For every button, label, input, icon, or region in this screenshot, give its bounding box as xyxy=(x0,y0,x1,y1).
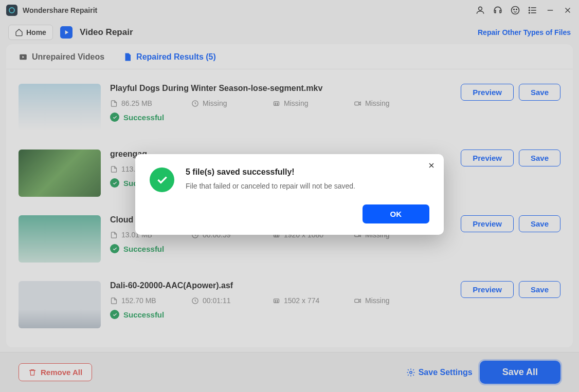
svg-rect-20 xyxy=(355,102,359,105)
app-title: Wondershare Repairit xyxy=(23,6,97,14)
svg-point-18 xyxy=(275,104,276,104)
home-icon xyxy=(15,28,23,36)
svg-point-32 xyxy=(275,235,276,236)
svg-point-42 xyxy=(409,371,412,374)
file-meta: 86.25 MB Missing Missing Missing xyxy=(110,99,451,107)
preview-button[interactable]: Preview xyxy=(461,84,514,101)
tabs: Unrepaired Videos Repaired Results (5) xyxy=(6,44,573,69)
svg-point-40 xyxy=(277,301,278,302)
file-status: Successful xyxy=(110,113,451,122)
svg-point-7 xyxy=(529,7,530,8)
check-icon xyxy=(110,113,119,122)
svg-rect-15 xyxy=(274,101,279,105)
menu-icon[interactable] xyxy=(528,5,538,15)
modal-title: 5 file(s) saved successfully! xyxy=(186,167,355,177)
save-settings-link[interactable]: Save Settings xyxy=(406,368,473,377)
tab-unrepaired[interactable]: Unrepaired Videos xyxy=(19,52,104,69)
preview-button[interactable]: Preview xyxy=(461,281,514,298)
svg-point-38 xyxy=(277,300,278,301)
home-button[interactable]: Home xyxy=(8,25,53,40)
svg-point-16 xyxy=(275,103,276,103)
remove-all-button[interactable]: Remove All xyxy=(19,363,92,381)
video-icon xyxy=(19,52,28,62)
file-resolution: 1502 x 774 xyxy=(273,296,329,305)
file-thumbnail[interactable] xyxy=(19,281,101,328)
status-label: Successful xyxy=(123,245,164,253)
tab-repaired[interactable]: Repaired Results (5) xyxy=(123,52,216,69)
file-size: 86.25 MB xyxy=(110,99,167,107)
status-label: Successful xyxy=(123,113,164,122)
app-logo xyxy=(6,5,17,16)
file-row: Playful Dogs During Winter Season-lose-s… xyxy=(6,71,573,137)
topbar: Home Video Repair Repair Other Types of … xyxy=(0,21,579,44)
success-modal: 5 file(s) saved successfully! File that … xyxy=(135,154,444,235)
file-status: Successful xyxy=(110,244,451,253)
home-label: Home xyxy=(26,28,46,36)
modal-close-button[interactable] xyxy=(427,161,436,172)
file-camera: Missing xyxy=(354,99,410,107)
file-thumbnail[interactable] xyxy=(19,84,101,131)
save-all-button[interactable]: Save All xyxy=(480,361,560,384)
file-title: Playful Dogs During Winter Season-lose-s… xyxy=(110,84,451,93)
modal-subtitle: File that failed or canceled to repair w… xyxy=(186,182,355,190)
svg-point-39 xyxy=(275,301,276,302)
module-title: Video Repair xyxy=(80,27,133,38)
close-icon[interactable] xyxy=(563,5,573,15)
save-button[interactable]: Save xyxy=(519,150,560,166)
file-duration: 00:01:11 xyxy=(191,296,248,305)
file-thumbnail[interactable] xyxy=(19,215,101,263)
check-icon xyxy=(110,178,119,188)
save-button[interactable]: Save xyxy=(519,84,560,101)
preview-button[interactable]: Preview xyxy=(461,150,514,166)
file-duration: Missing xyxy=(191,99,248,107)
support-icon[interactable] xyxy=(493,5,503,15)
save-settings-label: Save Settings xyxy=(419,368,473,377)
repair-other-types-link[interactable]: Repair Other Types of Files xyxy=(478,28,571,36)
remove-all-label: Remove All xyxy=(41,368,82,377)
svg-point-0 xyxy=(479,7,482,10)
module-icon xyxy=(60,26,73,39)
titlebar: Wondershare Repairit xyxy=(0,0,579,21)
file-title: Dali-60-20000-AAC(Apower).asf xyxy=(110,281,451,290)
file-resolution: Missing xyxy=(273,99,329,107)
trash-icon xyxy=(28,368,37,377)
tab-repaired-label: Repaired Results (5) xyxy=(136,52,216,62)
svg-point-9 xyxy=(529,12,530,13)
check-icon xyxy=(110,310,119,319)
svg-point-8 xyxy=(529,10,530,11)
gear-icon xyxy=(406,368,415,377)
tab-unrepaired-label: Unrepaired Videos xyxy=(32,52,104,62)
file-camera: Missing xyxy=(354,296,410,305)
document-icon xyxy=(123,52,132,62)
save-button[interactable]: Save xyxy=(519,215,560,232)
preview-button[interactable]: Preview xyxy=(461,215,514,232)
svg-point-37 xyxy=(275,300,276,301)
save-button[interactable]: Save xyxy=(519,281,560,298)
file-status: Successful xyxy=(110,310,451,319)
file-row: Dali-60-20000-AAC(Apower).asf 152.70 MB … xyxy=(6,269,573,334)
success-check-icon xyxy=(150,167,174,192)
feedback-icon[interactable] xyxy=(510,5,520,15)
minimize-icon[interactable] xyxy=(545,5,555,15)
file-meta: 152.70 MB 00:01:11 1502 x 774 Missing xyxy=(110,296,451,305)
svg-point-3 xyxy=(516,9,517,10)
svg-point-17 xyxy=(277,103,278,103)
file-size: 152.70 MB xyxy=(110,296,167,305)
footer: Remove All Save Settings Save All xyxy=(0,352,579,392)
svg-point-1 xyxy=(512,7,519,14)
account-icon[interactable] xyxy=(475,5,485,15)
svg-point-19 xyxy=(277,104,278,104)
close-icon xyxy=(427,161,436,170)
svg-rect-41 xyxy=(355,299,359,302)
modal-ok-button[interactable]: OK xyxy=(363,204,430,223)
file-thumbnail[interactable] xyxy=(19,150,101,197)
status-label: Successful xyxy=(123,310,164,319)
svg-rect-36 xyxy=(274,298,279,303)
svg-point-33 xyxy=(277,235,278,236)
check-icon xyxy=(110,244,119,253)
svg-point-2 xyxy=(514,9,515,10)
